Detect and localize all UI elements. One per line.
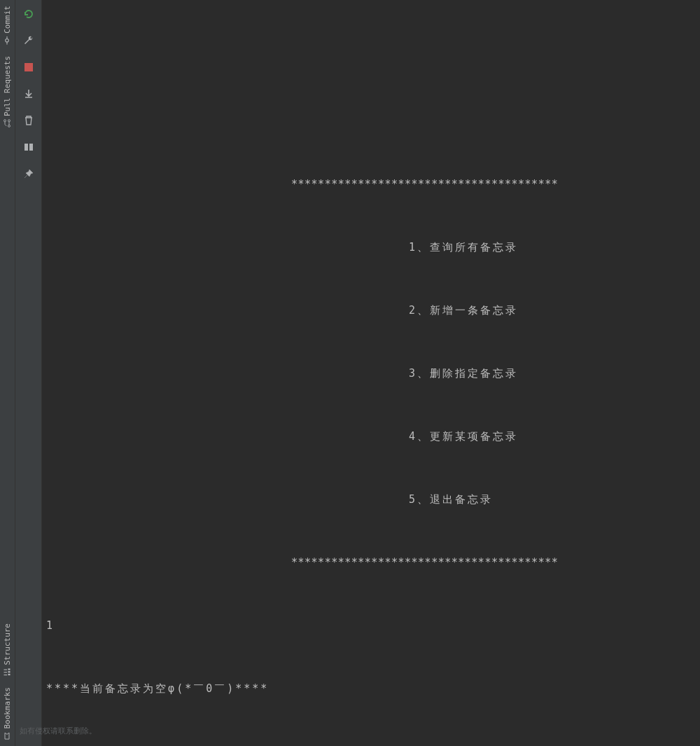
watermark-text: 如有侵权请联系删除。 [42,721,97,742]
svg-point-5 [4,120,6,122]
console-line: 1、查询所有备忘录 [46,237,700,258]
svg-rect-9 [4,675,8,675]
trash-icon [23,115,34,126]
tab-structure-label: Structure [3,623,12,665]
bookmark-icon [4,732,12,740]
wrench-button[interactable] [19,31,38,50]
svg-rect-10 [4,672,8,672]
layout-icon [23,141,34,153]
console-line: 4、更新某项备忘录 [46,426,700,447]
wrench-icon [23,35,34,46]
layout-button[interactable] [19,137,38,157]
stop-icon [24,63,33,71]
download-icon [23,88,34,99]
trash-button[interactable] [19,111,38,130]
rerun-button[interactable] [19,4,38,24]
console-line [46,741,700,746]
run-toolbar [15,0,42,746]
tab-commit-label: Commit [3,6,12,34]
tab-structure[interactable]: Structure [0,618,15,682]
tab-pull-requests-label: Pull Requests [3,56,12,116]
svg-rect-12 [24,144,28,151]
console-line: **************************************** [46,174,700,195]
svg-rect-8 [8,668,10,670]
console-line [46,111,700,132]
console-line [46,48,700,69]
commit-icon [4,36,12,45]
console-line: 2、新增一条备忘录 [46,300,700,321]
stop-button[interactable] [19,57,38,77]
tab-commit[interactable]: Commit [0,0,15,50]
tab-bookmarks-label: Bookmarks [3,687,12,729]
console-line: **************************************** [46,552,700,573]
pull-request-icon [4,119,12,127]
structure-icon [4,668,12,676]
console-line: 3、删除指定备忘录 [46,363,700,384]
pin-button[interactable] [19,164,38,184]
svg-point-3 [8,125,10,127]
console-line: 5、退出备忘录 [46,489,700,510]
svg-rect-6 [8,674,10,675]
rerun-icon [23,8,34,20]
download-button[interactable] [19,84,38,104]
svg-rect-7 [8,671,10,672]
svg-point-0 [6,39,9,43]
console-line: 1 [46,615,700,636]
console-line: ****当前备忘录为空φ(*￣0￣)**** [46,678,700,699]
console-output[interactable]: ****************************************… [42,0,700,746]
tab-pull-requests[interactable]: Pull Requests [0,50,15,133]
svg-rect-13 [29,144,33,151]
pin-icon [23,168,34,179]
svg-point-4 [8,120,10,122]
svg-rect-11 [4,669,8,670]
tab-bookmarks[interactable]: Bookmarks [0,682,15,746]
side-tab-bar: Commit Pull Requests Structure Bookmarks [0,0,15,746]
